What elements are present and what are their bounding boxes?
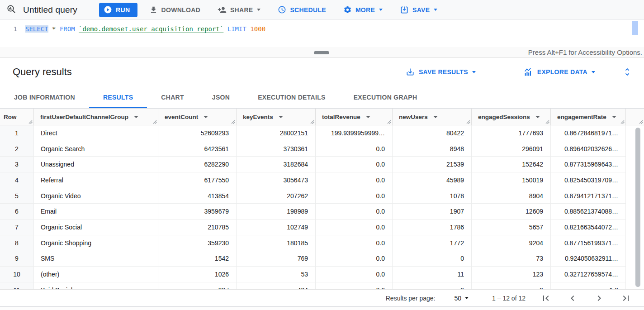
filler-cell [626, 251, 644, 267]
new-users-cell: 1078 [393, 188, 472, 204]
column-header-row: Row [0, 109, 34, 125]
engagement-rate-cell: 0.879412171371… [551, 188, 626, 204]
splitter-handle[interactable] [314, 51, 329, 54]
download-button[interactable]: DOWNLOAD [144, 2, 206, 18]
row-number-cell: 10 [0, 267, 34, 282]
results-actions: SAVE RESULTS EXPLORE DATA [400, 64, 644, 80]
table-row: 6 Email 3959679 198989 0.0 1907 12609 0.… [0, 204, 644, 219]
row-number-cell: 8 [0, 235, 34, 251]
tab-results[interactable]: RESULTS [89, 86, 147, 108]
key-events-cell: 494 [237, 282, 316, 289]
engaged-sessions-cell: 123 [472, 267, 551, 282]
table-scrollbar-thumb[interactable] [635, 128, 640, 287]
column-resize-handle[interactable] [231, 120, 235, 124]
key-events-cell: 53 [237, 267, 316, 282]
schedule-button[interactable]: SCHEDULE [272, 2, 331, 18]
save-icon [400, 5, 409, 14]
person-add-icon [218, 5, 227, 14]
column-resize-handle[interactable] [466, 120, 470, 124]
play-circle-icon [104, 5, 112, 14]
table-resize-handle[interactable] [639, 120, 643, 124]
total-revenue-cell: 0.0 [316, 141, 393, 157]
table-header-row: Row firstUserDefaultChannelGroup eventCo… [0, 109, 644, 125]
save-results-button[interactable]: SAVE RESULTS [400, 64, 481, 80]
engagement-rate-cell: 0.877315969643… [551, 157, 626, 172]
sort-caret-icon[interactable] [612, 116, 616, 118]
event-count-cell: 3959679 [158, 204, 237, 219]
save-button[interactable]: SAVE [394, 2, 443, 18]
download-icon [149, 5, 158, 14]
column-resize-handle[interactable] [310, 120, 314, 124]
sort-caret-icon[interactable] [279, 116, 283, 118]
results-per-page-label: Results per page: [386, 295, 436, 302]
event-count-cell: 6282290 [158, 157, 237, 172]
tab-execution-details[interactable]: EXECUTION DETAILS [244, 86, 340, 108]
engaged-sessions-cell: 152642 [472, 157, 551, 172]
sql-code-line: 1 SELECT * FROM `demo.demoset.user_acqui… [0, 25, 644, 33]
event-count-cell: 1542 [158, 251, 237, 267]
total-revenue-cell: 0.0 [316, 188, 393, 204]
chevron-down-icon [434, 9, 437, 11]
column-resize-handle[interactable] [28, 120, 33, 124]
expand-results-button[interactable] [622, 65, 632, 79]
tab-json[interactable]: JSON [198, 86, 244, 108]
filler-cell [626, 267, 644, 282]
chevron-left-icon [567, 293, 578, 304]
table-row: 11 Paid Social 997 494 0.0 9 9 1.0 [0, 282, 644, 289]
next-page-button[interactable] [593, 292, 606, 305]
sql-editor[interactable]: 1 SELECT * FROM `demo.demoset.user_acqui… [0, 20, 644, 47]
channel-cell: Organic Search [34, 141, 158, 157]
engagement-rate-cell: 0.885621374088… [551, 204, 626, 219]
table-row: 1 Direct 52609293 28002151 199.939995999… [0, 125, 644, 141]
sort-caret-icon[interactable] [204, 116, 208, 118]
more-button[interactable]: MORE [338, 2, 388, 18]
event-count-cell: 52609293 [158, 125, 237, 141]
tab-chart[interactable]: CHART [147, 86, 198, 108]
engaged-sessions-cell: 296091 [472, 141, 551, 157]
channel-cell: Organic Shopping [34, 235, 158, 251]
results-per-page-select[interactable]: 50 [454, 295, 469, 302]
table-row: 7 Organic Social 210785 102749 0.0 1786 … [0, 219, 644, 235]
filler-cell [626, 157, 644, 172]
new-users-cell: 8948 [393, 141, 472, 157]
new-users-cell: 1907 [393, 204, 472, 219]
column-resize-handle[interactable] [153, 120, 157, 124]
previous-page-button[interactable] [566, 292, 579, 305]
column-header-newUsers: newUsers [393, 109, 472, 125]
filler-cell [626, 235, 644, 251]
sort-caret-icon[interactable] [433, 116, 438, 118]
event-count-cell: 210785 [158, 219, 237, 235]
sort-caret-icon[interactable] [366, 116, 370, 118]
last-page-button[interactable] [620, 292, 632, 305]
sort-caret-icon[interactable] [134, 116, 138, 118]
line-number: 1 [0, 25, 25, 33]
save-results-download-icon [406, 67, 415, 76]
table-row: 2 Organic Search 6423561 3730361 0.0 894… [0, 141, 644, 157]
column-header-engagementRate: engagementRate [551, 109, 626, 125]
event-count-cell: 359230 [158, 235, 237, 251]
row-number-cell: 7 [0, 219, 34, 235]
first-page-button[interactable] [540, 292, 552, 305]
column-resize-handle[interactable] [545, 120, 549, 124]
window-bottom-strip [0, 306, 644, 310]
column-resize-handle[interactable] [620, 120, 625, 124]
tab-execution-graph[interactable]: EXECUTION GRAPH [340, 86, 431, 108]
clock-icon [278, 5, 286, 14]
run-button[interactable]: RUN [99, 3, 137, 17]
share-button[interactable]: SHARE [212, 2, 266, 18]
key-events-cell: 28002151 [237, 125, 316, 141]
tab-job-information[interactable]: JOB INFORMATION [0, 86, 89, 108]
sort-caret-icon[interactable] [535, 116, 540, 118]
channel-cell: SMS [34, 251, 158, 267]
accessibility-hint: Press Alt+F1 for Accessibility Options. [528, 48, 644, 56]
editor-scrollbar-thumb[interactable] [632, 21, 638, 35]
column-resize-handle[interactable] [387, 120, 391, 124]
total-revenue-cell: 0.0 [316, 219, 393, 235]
engagement-rate-cell: 0.877156199371… [551, 235, 626, 251]
total-revenue-cell: 0.0 [316, 267, 393, 282]
new-users-cell: 1772 [393, 235, 472, 251]
engaged-sessions-cell: 9204 [472, 235, 551, 251]
channel-cell: Referral [34, 172, 158, 188]
explore-data-button[interactable]: EXPLORE DATA [518, 64, 601, 80]
key-events-cell: 3730361 [237, 141, 316, 157]
